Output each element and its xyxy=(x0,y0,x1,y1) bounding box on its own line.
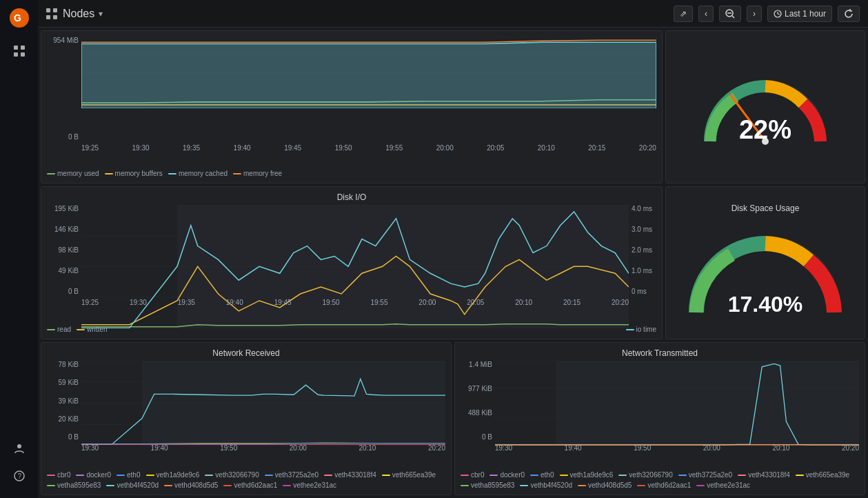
legend-veth433-rx: veth433018f4 xyxy=(324,471,376,479)
svg-rect-3 xyxy=(21,46,25,50)
sidebar-item-user[interactable] xyxy=(11,440,28,457)
memory-usage-panel: 954 MiB 0 B xyxy=(41,30,663,183)
net-rx-x-axis: 19:30 19:40 19:50 20:00 20:10 20:20 xyxy=(81,441,445,455)
legend-veth320-rx: veth32066790 xyxy=(205,471,259,479)
legend-memory-buffers: memory buffers xyxy=(105,170,163,177)
disk-io-y-left: 195 KiB 146 KiB 98 KiB 49 KiB 0 B xyxy=(47,205,81,295)
topbar: Nodes ▾ ⇗ ‹ › Last 1 hour xyxy=(38,0,868,28)
svg-marker-24 xyxy=(81,42,656,108)
disk-io-chart-area: 195 KiB 146 KiB 98 KiB 49 KiB 0 B 4.0 ms… xyxy=(47,205,656,309)
legend-veth665-tx: veth665ea39e xyxy=(796,471,849,479)
legend-eth0-rx: eth0 xyxy=(117,471,140,479)
row-3: Network Received 78 KiB 59 KiB 39 KiB 20… xyxy=(41,342,865,495)
time-range-button[interactable]: Last 1 hour xyxy=(767,6,832,22)
row-2: Disk I/O 195 KiB 146 KiB 98 KiB 49 KiB 0… xyxy=(41,186,865,339)
svg-rect-4 xyxy=(14,52,18,57)
main-area: Nodes ▾ ⇗ ‹ › Last 1 hour xyxy=(38,0,868,498)
svg-rect-10 xyxy=(53,8,57,12)
y-label-bottom: 0 B xyxy=(68,133,79,141)
dropdown-arrow[interactable]: ▾ xyxy=(99,9,103,19)
disk-io-title: Disk I/O xyxy=(47,192,656,202)
svg-text:G: G xyxy=(14,12,21,23)
cpu-percentage: 22% xyxy=(739,115,791,144)
refresh-button[interactable] xyxy=(838,6,860,22)
svg-text:?: ? xyxy=(17,472,21,480)
legend-vetha8-rx: vetha8595e83 xyxy=(47,481,101,489)
legend-vethd4-tx: vethd408d5d5 xyxy=(578,481,632,489)
legend-vethee-tx: vethee2e31ac xyxy=(696,481,750,489)
net-tx-legend: cbr0 docker0 eth0 veth1a9de9c6 veth32066… xyxy=(461,471,859,489)
legend-label-memory-used: memory used xyxy=(57,170,99,177)
memory-legend: memory used memory buffers memory cached… xyxy=(47,170,656,177)
net-tx-x-axis: 19:30 19:40 19:50 20:00 20:10 20:20 xyxy=(495,441,859,455)
cpu-gauge-panel: 22% xyxy=(665,30,865,183)
legend-memory-cached: memory cached xyxy=(168,170,228,177)
legend-memory-free: memory free xyxy=(233,170,282,177)
network-received-title: Network Received xyxy=(47,348,445,358)
legend-label-io-time: io time xyxy=(636,326,656,333)
legend-veth1a9-tx: veth1a9de9c6 xyxy=(560,471,614,479)
svg-rect-38 xyxy=(142,361,445,446)
network-transmitted-panel: Network Transmitted 1.4 MiB 977 KiB 488 … xyxy=(454,342,865,495)
legend-dot-memory-buffers xyxy=(105,173,113,175)
sidebar-item-grid[interactable] xyxy=(11,43,28,59)
y-label-top: 954 MiB xyxy=(53,37,79,44)
net-rx-y-axis: 78 KiB 59 KiB 39 KiB 20 KiB 0 B xyxy=(47,361,81,441)
legend-dot-memory-free xyxy=(233,173,241,175)
network-received-chart: 78 KiB 59 KiB 39 KiB 20 KiB 0 B xyxy=(47,361,445,455)
share-button[interactable]: ⇗ xyxy=(674,6,693,22)
net-rx-legend: cbr0 docker0 eth0 veth1a9de9c6 veth32066… xyxy=(47,471,445,489)
legend-cbr0-rx: cbr0 xyxy=(47,471,70,479)
forward-button[interactable]: › xyxy=(747,6,762,22)
net-rx-svg xyxy=(81,361,445,446)
network-transmitted-title: Network Transmitted xyxy=(461,348,859,358)
svg-rect-43 xyxy=(556,361,859,446)
svg-rect-12 xyxy=(53,15,57,19)
page-title: Nodes ▾ xyxy=(63,8,103,20)
legend-vethb4-rx: vethb4f4520d xyxy=(106,481,159,489)
legend-label-memory-cached: memory cached xyxy=(179,170,228,177)
legend-vethd4-rx: vethd408d5d5 xyxy=(164,481,218,489)
back-button[interactable]: ‹ xyxy=(698,6,714,22)
memory-svg xyxy=(81,37,656,108)
disk-io-x-axis: 19:25 19:30 19:35 19:40 19:45 19:50 19:5… xyxy=(81,295,629,309)
legend-vethd6-tx: vethd6d2aac1 xyxy=(637,481,691,489)
sidebar-bottom: ? xyxy=(11,440,28,491)
svg-rect-11 xyxy=(46,15,50,19)
legend-dot-memory-used xyxy=(47,173,55,175)
dashboard-content: 954 MiB 0 B xyxy=(38,28,868,498)
net-tx-svg xyxy=(495,361,859,446)
svg-rect-9 xyxy=(46,8,50,12)
app-logo[interactable]: G xyxy=(8,7,30,29)
legend-veth320-tx: veth32066790 xyxy=(618,471,672,479)
legend-vethee-rx: vethee2e31ac xyxy=(283,481,336,489)
legend-vethb4-tx: vethb4f4520d xyxy=(520,481,572,489)
grid-icon xyxy=(46,8,57,19)
row-1: 954 MiB 0 B xyxy=(41,30,865,183)
zoom-out-icon xyxy=(725,9,735,19)
sidebar-item-help[interactable]: ? xyxy=(11,468,28,484)
legend-veth372-rx: veth3725a2e0 xyxy=(265,471,319,479)
zoom-out-button[interactable] xyxy=(719,6,741,22)
legend-label-memory-free: memory free xyxy=(243,170,282,177)
svg-rect-32 xyxy=(177,205,629,328)
legend-veth433-tx: veth433018f4 xyxy=(738,471,790,479)
svg-point-6 xyxy=(17,444,21,448)
legend-dot-memory-cached xyxy=(168,173,176,175)
legend-dot-written xyxy=(77,329,85,330)
legend-vethd6-rx: vethd6d2aac1 xyxy=(223,481,277,489)
legend-cbr0-tx: cbr0 xyxy=(461,471,484,479)
legend-dot-read xyxy=(47,329,55,330)
disk-space-percentage: 17.40% xyxy=(728,292,803,317)
svg-rect-2 xyxy=(14,46,18,50)
memory-chart-area: 954 MiB 0 B xyxy=(47,37,656,155)
legend-label-read: read xyxy=(57,326,71,333)
memory-y-axis: 954 MiB 0 B xyxy=(47,37,81,141)
title-text: Nodes xyxy=(63,8,94,20)
legend-docker0-tx: docker0 xyxy=(489,471,525,479)
legend-memory-used: memory used xyxy=(47,170,99,177)
svg-line-15 xyxy=(732,16,734,18)
legend-docker0-rx: docker0 xyxy=(76,471,111,479)
disk-space-gauge-container: 17.40% xyxy=(683,216,848,323)
memory-x-axis: 19:25 19:30 19:35 19:40 19:45 19:50 19:5… xyxy=(81,141,656,155)
